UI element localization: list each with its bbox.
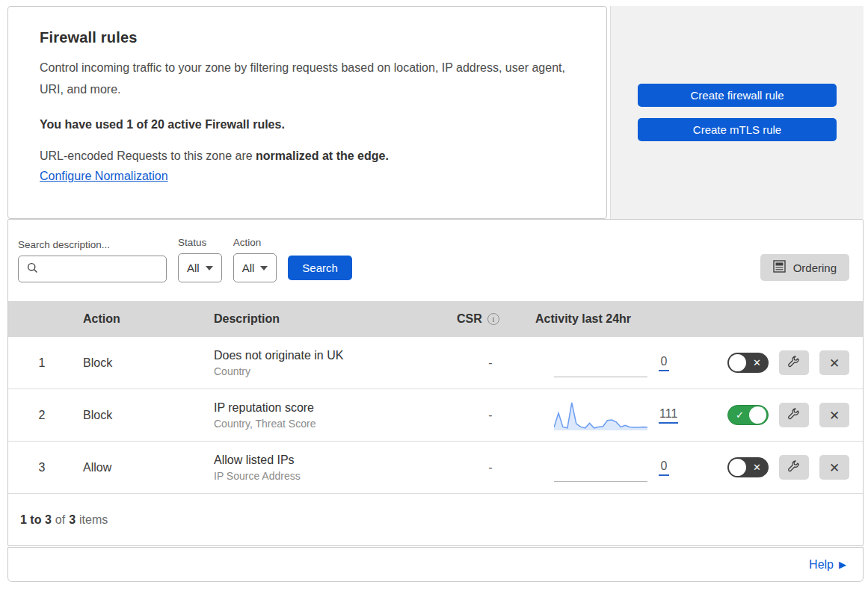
top-section: Firewall rules Control incoming traffic … (7, 6, 864, 219)
delete-rule-button[interactable]: ✕ (819, 403, 849, 427)
normalization-text: URL-encoded Requests to this zone are (40, 149, 256, 162)
page-description: Control incoming traffic to your zone by… (40, 57, 575, 100)
arrow-right-icon: ▶ (839, 559, 846, 570)
toggle-knob (729, 354, 746, 371)
normalization-bold-text: normalized at the edge. (256, 149, 389, 162)
rule-enabled-toggle[interactable]: ✓ ✕ (727, 457, 769, 477)
filter-bar: Search description... Status All Action … (8, 220, 863, 301)
rule-description-cell: IP reputation score Country, Threat Scor… (206, 401, 449, 430)
action-label: Action (233, 237, 277, 248)
rule-fields: IP Source Address (214, 470, 449, 482)
search-icon (27, 262, 38, 276)
status-field: Status All (178, 237, 222, 282)
rules-card: Search description... Status All Action … (7, 219, 864, 546)
ordering-button[interactable]: Ordering (760, 254, 849, 281)
status-dropdown[interactable]: All (178, 253, 222, 282)
header-description: Description (206, 312, 449, 326)
activity-count-link[interactable]: 111 (659, 407, 678, 424)
rule-priority: 3 (8, 461, 76, 474)
search-label: Search description... (18, 239, 167, 250)
pagination-items: items (79, 513, 108, 527)
close-icon: ✕ (829, 460, 840, 475)
header-csr: CSR i (449, 312, 532, 326)
wrench-icon (787, 355, 801, 371)
rule-csr: - (449, 356, 532, 370)
rule-enabled-toggle[interactable]: ✓ ✕ (727, 405, 769, 425)
activity-sparkline (554, 399, 647, 432)
rule-activity-cell: 0 (532, 451, 696, 484)
toggle-knob (729, 459, 746, 476)
rule-enabled-toggle[interactable]: ✓ ✕ (727, 353, 769, 373)
wrench-icon (787, 407, 801, 423)
action-field: Action All (233, 237, 277, 282)
activity-count-link[interactable]: 0 (659, 355, 669, 371)
firewall-rules-page: Firewall rules Control incoming traffic … (0, 0, 868, 591)
rule-fields: Country, Threat Score (214, 418, 449, 430)
table-header: Action Description CSR i Activity last 2… (8, 301, 863, 337)
rule-description-cell: Allow listed IPs IP Source Address (206, 454, 449, 482)
rule-priority: 2 (8, 409, 76, 422)
cta-panel: Create firewall rule Create mTLS rule (610, 6, 864, 219)
delete-rule-button[interactable]: ✕ (819, 350, 849, 375)
info-icon[interactable]: i (487, 313, 499, 325)
close-icon: ✕ (829, 408, 840, 423)
help-link[interactable]: Help ▶ (809, 558, 846, 572)
rule-activity-cell: 111 (532, 399, 696, 432)
usage-summary: You have used 1 of 20 active Firewall ru… (40, 118, 575, 131)
create-mtls-rule-button[interactable]: Create mTLS rule (638, 118, 837, 141)
rule-csr: - (449, 461, 532, 474)
close-icon: ✕ (829, 356, 840, 371)
edit-rule-button[interactable] (779, 455, 809, 480)
chevron-down-icon (260, 266, 268, 270)
chevron-down-icon (206, 266, 213, 270)
table-row: 2 Block IP reputation score Country, Thr… (8, 389, 863, 442)
help-label: Help (809, 558, 834, 572)
activity-count-link[interactable]: 0 (659, 460, 669, 476)
x-icon: ✕ (753, 462, 761, 473)
help-bar: Help ▶ (7, 547, 864, 582)
table-row: 3 Allow Allow listed IPs IP Source Addre… (8, 442, 863, 494)
header-csr-label: CSR (457, 312, 482, 326)
rule-csr: - (449, 409, 532, 422)
wrench-icon (787, 460, 801, 475)
table-row: 1 Block Does not originate in UK Country… (8, 337, 863, 389)
action-value: All (242, 262, 255, 274)
activity-sparkline (554, 347, 647, 380)
x-icon: ✕ (753, 357, 761, 368)
intro-card: Firewall rules Control incoming traffic … (7, 6, 607, 219)
pagination-total: 3 (69, 513, 76, 526)
ordering-label: Ordering (793, 262, 837, 274)
rule-activity-cell: 0 (532, 347, 696, 380)
status-label: Status (178, 237, 222, 248)
configure-normalization-link[interactable]: Configure Normalization (40, 170, 168, 183)
edit-rule-button[interactable] (779, 403, 809, 427)
edit-rule-button[interactable] (779, 350, 809, 375)
header-activity: Activity last 24hr (532, 312, 696, 326)
delete-rule-button[interactable]: ✕ (819, 455, 849, 480)
search-button[interactable]: Search (288, 256, 352, 280)
rule-action: Allow (76, 461, 206, 474)
rule-description: Allow listed IPs (214, 454, 449, 467)
action-dropdown[interactable]: All (233, 253, 277, 282)
toggle-knob (749, 406, 766, 424)
create-firewall-rule-button[interactable]: Create firewall rule (638, 84, 837, 107)
pagination-range: 1 to 3 (20, 513, 52, 526)
rule-controls: ✓ ✕ ✕ (696, 350, 863, 375)
rule-fields: Country (214, 365, 449, 377)
rule-controls: ✓ ✕ ✕ (696, 455, 863, 480)
search-input[interactable] (18, 256, 167, 282)
rule-controls: ✓ ✕ ✕ (696, 403, 863, 427)
pagination-of: of (55, 513, 65, 527)
page-title: Firewall rules (40, 29, 575, 46)
rule-action: Block (76, 409, 206, 422)
header-action: Action (76, 312, 206, 326)
rule-description: IP reputation score (214, 401, 449, 415)
activity-sparkline (554, 451, 647, 484)
rule-description-cell: Does not originate in UK Country (206, 349, 449, 377)
status-value: All (187, 262, 200, 274)
rule-action: Block (76, 356, 206, 370)
pagination-summary: 1 to 3 of 3 items (8, 494, 863, 545)
ordering-list-icon (773, 260, 786, 275)
rule-priority: 1 (8, 356, 76, 370)
rule-description: Does not originate in UK (214, 349, 449, 362)
